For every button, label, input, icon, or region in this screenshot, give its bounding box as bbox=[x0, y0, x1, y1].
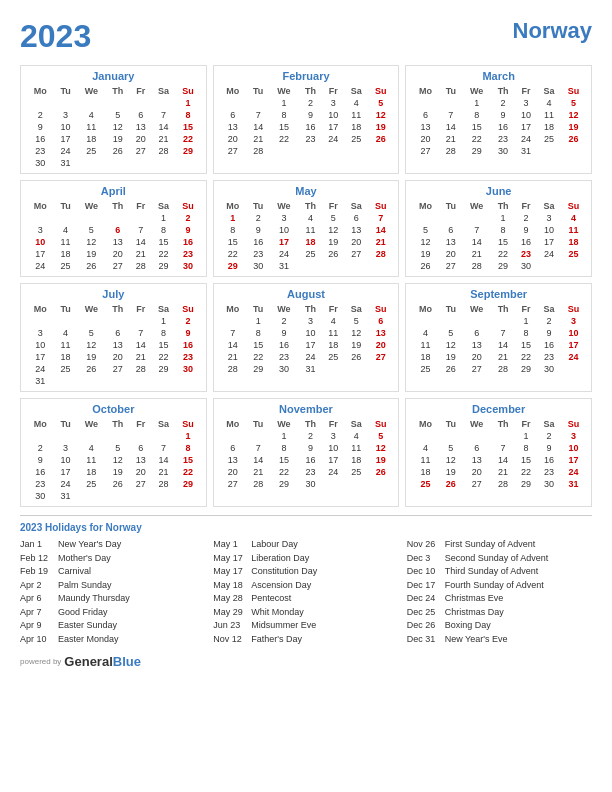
calendar-day: 19 bbox=[77, 248, 106, 260]
calendar-day: 24 bbox=[515, 133, 537, 145]
calendar-day: 23 bbox=[247, 248, 269, 260]
calendar-day: 3 bbox=[561, 315, 586, 327]
calendar-day: 19 bbox=[106, 466, 130, 478]
holiday-item: May 1Labour Day bbox=[213, 538, 398, 552]
holiday-item: Feb 12Mother's Day bbox=[20, 552, 205, 566]
calendar-day: 9 bbox=[269, 327, 298, 339]
calendar-day: 1 bbox=[462, 97, 491, 109]
day-header: Fr bbox=[130, 418, 152, 430]
day-header: Su bbox=[561, 303, 586, 315]
month-block: JulyMoTuWeThFrSaSu1234567891011121314151… bbox=[20, 283, 207, 392]
calendar-day: 14 bbox=[440, 121, 462, 133]
calendar-day: 7 bbox=[247, 442, 269, 454]
day-header: Th bbox=[298, 303, 322, 315]
calendar-day: 15 bbox=[515, 339, 537, 351]
calendar-day: 7 bbox=[440, 109, 462, 121]
calendar-day: 17 bbox=[298, 339, 322, 351]
calendar-day: 28 bbox=[491, 363, 515, 375]
day-header: Tu bbox=[440, 200, 462, 212]
calendar-day: 17 bbox=[26, 351, 54, 363]
calendar-day: 7 bbox=[491, 327, 515, 339]
calendar-day: 29 bbox=[515, 478, 537, 490]
calendar-day: 14 bbox=[130, 339, 152, 351]
calendar-day: 12 bbox=[368, 442, 393, 454]
calendar-day: 27 bbox=[462, 478, 491, 490]
calendar-day: 1 bbox=[176, 97, 201, 109]
year-title: 2023 bbox=[20, 18, 91, 55]
calendar-day: 10 bbox=[26, 236, 54, 248]
day-header: Th bbox=[491, 303, 515, 315]
calendar-table: MoTuWeThFrSaSu12345678910111213141516171… bbox=[26, 85, 201, 169]
calendar-table: MoTuWeThFrSaSu12345678910111213141516171… bbox=[219, 303, 394, 375]
calendar-day: 2 bbox=[537, 430, 561, 442]
holiday-item: Dec 26Boxing Day bbox=[407, 619, 592, 633]
calendar-day: 24 bbox=[26, 260, 54, 272]
calendar-day: 19 bbox=[77, 351, 106, 363]
day-header: We bbox=[462, 200, 491, 212]
calendar-day: 25 bbox=[298, 248, 322, 260]
calendar-day: 26 bbox=[106, 145, 130, 157]
holiday-item: Nov 26First Sunday of Advent bbox=[407, 538, 592, 552]
calendar-day: 13 bbox=[219, 454, 247, 466]
calendar-day: 22 bbox=[515, 466, 537, 478]
calendar-day: 9 bbox=[26, 121, 54, 133]
calendar-day: 12 bbox=[344, 327, 368, 339]
calendar-day: 30 bbox=[176, 363, 201, 375]
calendar-day: 18 bbox=[344, 454, 368, 466]
calendar-day: 9 bbox=[176, 327, 201, 339]
calendar-day: 7 bbox=[152, 442, 176, 454]
calendar-day: 5 bbox=[368, 430, 393, 442]
calendar-day: 28 bbox=[130, 260, 152, 272]
calendar-day: 3 bbox=[298, 315, 322, 327]
holiday-item: May 17Liberation Day bbox=[213, 552, 398, 566]
day-header: Su bbox=[368, 303, 393, 315]
calendar-day: 8 bbox=[176, 109, 201, 121]
calendar-day: 4 bbox=[77, 109, 106, 121]
calendar-day: 1 bbox=[219, 212, 247, 224]
calendar-day: 14 bbox=[491, 339, 515, 351]
calendar-day: 11 bbox=[411, 339, 439, 351]
calendar-day: 14 bbox=[130, 236, 152, 248]
calendar-day: 27 bbox=[440, 260, 462, 272]
calendar-day: 31 bbox=[54, 490, 76, 502]
month-title: November bbox=[219, 403, 394, 415]
calendar-day: 27 bbox=[462, 363, 491, 375]
calendar-day: 25 bbox=[411, 478, 439, 490]
calendar-day: 18 bbox=[77, 133, 106, 145]
calendar-day: 25 bbox=[54, 260, 76, 272]
calendar-day: 19 bbox=[411, 248, 439, 260]
calendar-day: 6 bbox=[219, 442, 247, 454]
calendar-day: 8 bbox=[152, 224, 176, 236]
month-title: April bbox=[26, 185, 201, 197]
day-header: Su bbox=[176, 418, 201, 430]
holiday-name: Good Friday bbox=[58, 606, 108, 620]
calendar-day: 10 bbox=[54, 121, 76, 133]
calendar-day: 13 bbox=[130, 454, 152, 466]
day-header: Sa bbox=[152, 200, 176, 212]
holiday-item: Feb 19Carnival bbox=[20, 565, 205, 579]
month-title: June bbox=[411, 185, 586, 197]
calendar-day: 20 bbox=[344, 236, 368, 248]
calendar-day: 14 bbox=[462, 236, 491, 248]
day-header: Sa bbox=[152, 418, 176, 430]
calendar-day: 8 bbox=[219, 224, 247, 236]
calendar-table: MoTuWeThFrSaSu12345678910111213141516171… bbox=[26, 303, 201, 387]
calendar-day: 2 bbox=[176, 212, 201, 224]
calendar-day: 13 bbox=[440, 236, 462, 248]
calendar-day: 17 bbox=[537, 236, 561, 248]
calendar-day: 21 bbox=[368, 236, 393, 248]
holiday-name: Pentecost bbox=[251, 592, 291, 606]
calendar-day: 27 bbox=[219, 145, 247, 157]
calendar-day: 28 bbox=[440, 145, 462, 157]
holiday-item: Apr 6Maundy Thursday bbox=[20, 592, 205, 606]
holiday-date: May 18 bbox=[213, 579, 247, 593]
calendar-day: 3 bbox=[26, 224, 54, 236]
calendar-day: 5 bbox=[322, 212, 344, 224]
calendar-day: 29 bbox=[515, 363, 537, 375]
day-header: Fr bbox=[515, 200, 537, 212]
day-header: Mo bbox=[411, 418, 439, 430]
footer-powered-text: powered by bbox=[20, 657, 61, 666]
holiday-name: Constitution Day bbox=[251, 565, 317, 579]
calendar-day: 19 bbox=[106, 133, 130, 145]
day-header: Fr bbox=[515, 418, 537, 430]
